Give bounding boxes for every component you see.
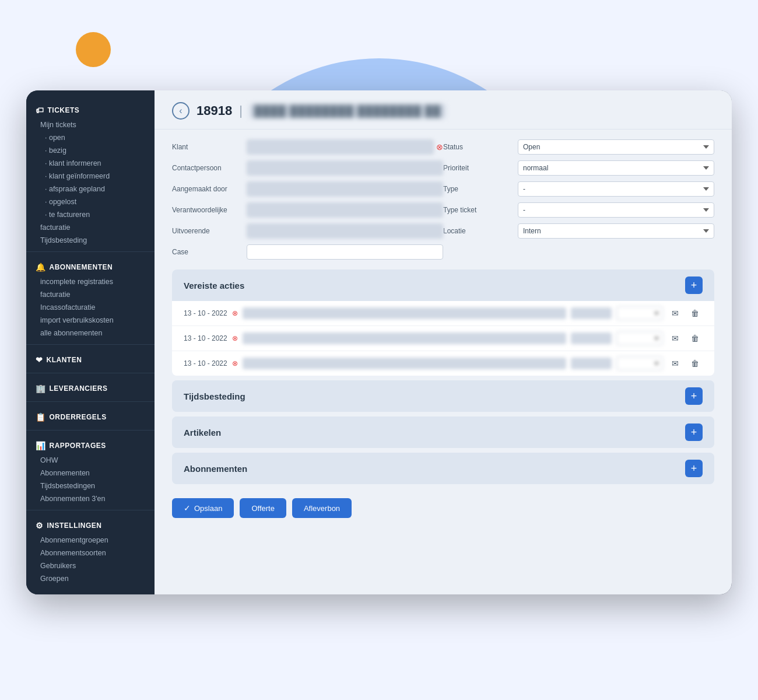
action-delete-btn-1[interactable]: 🗑 (687, 306, 703, 321)
vereiste-acties-add-button[interactable]: + (685, 276, 703, 294)
vereiste-acties-title: Vereiste acties (184, 281, 244, 290)
case-input[interactable] (247, 244, 443, 260)
action-text-3 (243, 358, 566, 369)
action-error-icon-3: ⊗ (232, 359, 238, 368)
action-select-1[interactable] (616, 306, 663, 320)
klant-input[interactable] (247, 139, 434, 155)
artikelen-add-button[interactable]: + (685, 424, 703, 441)
action-delete-btn-2[interactable]: 🗑 (687, 331, 703, 346)
klant-input-wrapper: ⊗ (247, 139, 443, 155)
action-date-3: 13 - 10 - 2022 (184, 359, 227, 368)
locatie-select[interactable]: Intern (518, 223, 714, 239)
action-delete-btn-3[interactable]: 🗑 (687, 356, 703, 371)
label-status: Status (443, 143, 513, 151)
aangemaakt-select[interactable] (247, 181, 443, 197)
sidebar-item-incasso[interactable]: Incassofacturatie (26, 301, 155, 314)
klant-error-icon: ⊗ (436, 142, 443, 152)
label-locatie: Locatie (443, 227, 513, 235)
sidebar-item-abonnementen-rap[interactable]: Abonnementen (26, 467, 155, 480)
sidebar-item-te-factureren[interactable]: · te factureren (26, 208, 155, 221)
form-row-prioriteit: Prioriteit normaal (443, 160, 714, 176)
action-mail-btn-1[interactable]: ✉ (668, 306, 683, 321)
save-check-icon: ✓ (184, 503, 191, 513)
delivery-button[interactable]: Afleverbon (292, 498, 352, 518)
sidebar-item-opgelost[interactable]: · opgelost (26, 195, 155, 208)
orderregels-icon: 📋 (36, 412, 46, 422)
action-row-3: 13 - 10 - 2022 ⊗ ✉ 🗑 (172, 351, 714, 376)
quote-button[interactable]: Offerte (240, 498, 286, 518)
sidebar-item-klant-informeren[interactable]: · klant informeren (26, 157, 155, 170)
sidebar-item-klant-geinformeerd[interactable]: · klant geïnformeerd (26, 170, 155, 183)
sidebar-item-groepen[interactable]: Groepen (26, 572, 155, 585)
form-area: Klant ⊗ Contactpersoon Aangemaakt door (155, 130, 732, 270)
sidebar-item-gebruikers[interactable]: Gebruikers (26, 559, 155, 572)
sidebar-item-alle-abo[interactable]: alle abonnementen (26, 327, 155, 340)
sidebar-item-incomplete[interactable]: incomplete registraties (26, 275, 155, 288)
action-row-1: 13 - 10 - 2022 ⊗ ✉ 🗑 (172, 301, 714, 326)
uitvoerende-select[interactable] (247, 223, 443, 239)
sidebar-divider-5 (26, 430, 155, 430)
sidebar-item-bezig[interactable]: · bezig (26, 144, 155, 157)
form-grid: Klant ⊗ Contactpersoon Aangemaakt door (172, 139, 714, 260)
tijdsbesteding-add-button[interactable]: + (685, 387, 703, 405)
abonnementen-add-button[interactable]: + (685, 460, 703, 477)
sidebar-section-rapportages: 📊 RAPPORTAGES (26, 435, 155, 454)
type-select[interactable]: - (518, 181, 714, 197)
sidebar-section-orderregels[interactable]: 📋 ORDERREGELS (26, 407, 155, 425)
background-circle-small (76, 32, 111, 67)
sidebar-item-tijdsbestedingen[interactable]: Tijdsbestedingen (26, 480, 155, 492)
sidebar-section-instellingen: ⚙ INSTELLINGEN (26, 515, 155, 534)
sidebar-section-abonnementen: 🔔 ABONNEMENTEN (26, 257, 155, 275)
verantwoordelijke-select[interactable] (247, 202, 443, 218)
label-klant: Klant (172, 143, 242, 151)
action-row-2: 13 - 10 - 2022 ⊗ ✉ 🗑 (172, 326, 714, 351)
action-status-1 (571, 307, 612, 319)
action-status-3 (571, 358, 612, 369)
abonnementen-header: Abonnementen + (172, 453, 714, 484)
section-vereiste-acties: Vereiste acties + 13 - 10 - 2022 ⊗ ✉ 🗑 1… (172, 270, 714, 376)
form-row-aangemaakt: Aangemaakt door (172, 181, 443, 197)
sidebar-divider-6 (26, 510, 155, 510)
action-error-icon-2: ⊗ (232, 334, 238, 342)
sidebar-item-tijdsbesteding[interactable]: Tijdsbesteding (26, 234, 155, 247)
label-case: Case (172, 248, 242, 256)
tijdsbesteding-header: Tijdsbesteding + (172, 380, 714, 412)
sidebar-item-afspraak-gepland[interactable]: · afspraak gepland (26, 183, 155, 195)
label-uitvoerende: Uitvoerende (172, 227, 242, 235)
sidebar-section-klanten[interactable]: ❤ KLANTEN (26, 349, 155, 368)
artikelen-header: Artikelen + (172, 416, 714, 448)
form-row-klant: Klant ⊗ (172, 139, 443, 155)
sidebar-item-facturatie[interactable]: facturatie (26, 221, 155, 234)
section-tijdsbesteding: Tijdsbesteding + (172, 380, 714, 412)
instellingen-icon: ⚙ (36, 521, 44, 530)
sidebar-item-abonnementsoorten[interactable]: Abonnementsoorten (26, 547, 155, 559)
sidebar-item-abo-3en[interactable]: Abonnementen 3'en (26, 492, 155, 505)
type-ticket-select[interactable]: - (518, 202, 714, 218)
ticket-name: ████ ████████ ████████ ██ (250, 104, 446, 118)
action-select-3[interactable] (616, 356, 663, 370)
form-row-contactpersoon: Contactpersoon (172, 160, 443, 176)
sidebar-item-mijn-tickets[interactable]: Mijn tickets (26, 118, 155, 131)
sidebar-section-leveranciers[interactable]: 🏢 LEVERANCIERS (26, 378, 155, 397)
action-mail-btn-3[interactable]: ✉ (668, 356, 683, 371)
sidebar-divider-4 (26, 401, 155, 402)
section-artikelen: Artikelen + (172, 416, 714, 448)
sidebar-item-abonnementgroepen[interactable]: Abonnementgroepen (26, 534, 155, 547)
status-select[interactable]: Open (518, 139, 714, 155)
action-select-2[interactable] (616, 331, 663, 345)
vereiste-acties-header: Vereiste acties + (172, 270, 714, 301)
action-mail-btn-2[interactable]: ✉ (668, 331, 683, 346)
label-type-ticket: Type ticket (443, 206, 513, 214)
sidebar-item-import[interactable]: import verbruikskosten (26, 314, 155, 327)
sidebar-item-open[interactable]: · open (26, 131, 155, 144)
sidebar-item-facturatie-abo[interactable]: facturatie (26, 288, 155, 301)
prioriteit-select[interactable]: normaal (518, 160, 714, 176)
form-left: Klant ⊗ Contactpersoon Aangemaakt door (172, 139, 443, 260)
sidebar-item-ohw[interactable]: OHW (26, 454, 155, 467)
action-error-icon-1: ⊗ (232, 309, 238, 317)
save-button[interactable]: ✓ Opslaan (172, 498, 234, 518)
contactpersoon-input[interactable] (247, 160, 443, 176)
back-button[interactable]: ‹ (172, 102, 190, 120)
form-row-locatie: Locatie Intern (443, 223, 714, 239)
action-date-2: 13 - 10 - 2022 (184, 334, 227, 342)
